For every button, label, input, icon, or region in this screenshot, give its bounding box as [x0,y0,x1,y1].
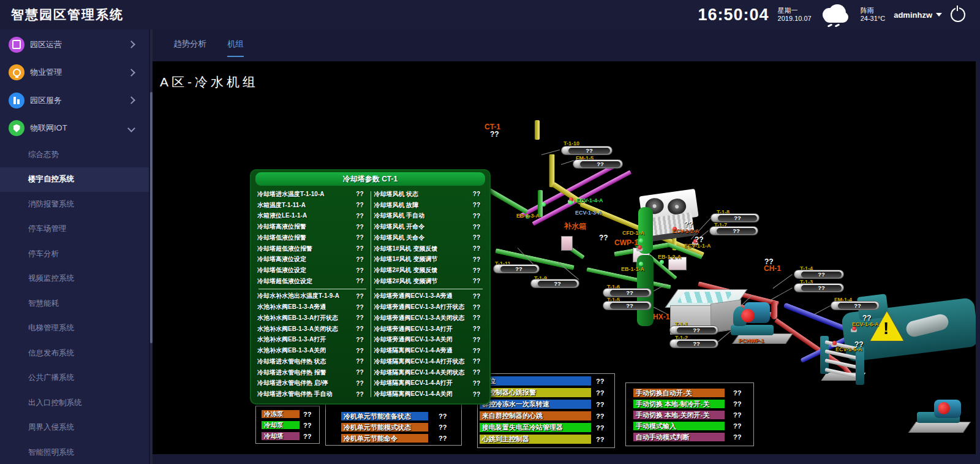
status-value: ?? [303,433,311,440]
unknown-value: ?? [684,220,693,229]
status-chip: 手动切换自动开-关 [633,389,725,397]
status-row-心跳到主控制器: 心跳到主控制器?? [480,435,591,444]
sidebar-subitem-消防报警系统[interactable]: 消防报警系统 [0,192,149,217]
param-row: 水箱温度T-1-11-A?? [257,200,368,211]
param-row: 冷却塔高液位报警?? [257,221,368,232]
device-label-CWP-1: CWP-1 [614,238,638,247]
gauge-cap [711,227,715,234]
leader-line [773,274,793,289]
status-value: ?? [596,424,604,432]
sidebar-subitem-综合态势[interactable]: 综合态势 [0,142,149,167]
gauge-FM-1-4[interactable]: ?? [831,301,880,310]
param-value: ?? [473,293,484,300]
param-row: 冷却水补水池出水温度T-1-9-A?? [257,291,368,302]
param-value: ?? [473,314,484,321]
building-square-icon [9,37,24,53]
unit-energy-panel: 冷机单元节能准备状态??冷机单元节能模式状态??冷机单元节能命令?? [325,404,462,446]
sidebar-scrollbar-thumb[interactable] [150,92,153,343]
gauge-T-1-8[interactable]: ?? [710,213,760,222]
status-value: ?? [596,389,604,397]
service-building-icon [9,93,24,108]
sidebar-subitem-智能照明系统[interactable]: 智能照明系统 [0,440,149,464]
param-label: 冷却塔隔离阀ECV-1-4-A旁通 [374,346,453,355]
gauge-T-1-4[interactable]: ?? [794,270,844,279]
param-row: 冷却塔2#风机 变频反馈?? [374,265,484,276]
param-value: ?? [356,348,367,354]
param-label: 水池补水阀EB-1-3-A关闭 [257,346,326,355]
param-row: 冷却塔隔离阀ECV-1-4-A关闭?? [374,389,484,400]
sidebar-subitem-label: 智慧能耗 [28,299,59,309]
param-value: ?? [473,256,484,263]
sidebar-subitem-出入口控制系统[interactable]: 出入口控制系统 [0,390,149,416]
sidebar-subitem-周界入侵系统[interactable]: 周界入侵系统 [0,416,149,441]
gauge-cap [796,271,800,277]
param-row: 冷却塔隔离阀ECV-1-4-A打开状态?? [374,356,484,367]
sidebar-item-园区运营[interactable]: 园区运营 [0,31,149,59]
sidebar-subitem-视频监控系统[interactable]: 视频监控系统 [0,267,149,292]
param-value: ?? [473,348,484,354]
param-row: 冷却塔1#风机 变频调节?? [374,254,484,265]
param-label: 水池补水阀EB-1-3-A关闭状态 [257,325,338,333]
sidebar-subitem-label: 视频监控系统 [28,273,74,284]
sidebar-subitem-电梯管理系统[interactable]: 电梯管理系统 [0,316,149,341]
sidebar-item-物联网IOT[interactable]: 物联网IOT [0,115,149,143]
gauge-value: ?? [677,327,716,333]
date-block: 星期一 2019.10.07 [778,7,812,23]
unknown-value: ?? [695,235,704,244]
gauge-T-1-9[interactable]: ?? [530,279,579,288]
gauge-T-1-5[interactable]: ?? [603,301,652,310]
pump-status-panel: 冷冻泵??冷却泵??冷却塔?? [255,406,320,444]
sensor-dot [639,262,643,266]
sensor-dot [660,260,664,264]
sidebar-subitem-停车分析[interactable]: 停车分析 [0,242,149,267]
power-icon[interactable] [951,7,965,22]
sidebar-item-园区服务[interactable]: 园区服务 [0,86,149,115]
user-menu[interactable]: adminhzw [894,10,942,20]
param-label: 冷却塔2#风机 变频调节 [374,277,438,286]
param-label: 水池补水阀EB-1-3-A打开 [257,335,326,344]
sidebar-subitem-label: 电梯管理系统 [28,323,74,333]
chevron-down-icon [936,13,942,17]
param-label: 水池补水阀EB-1-3-A旁通 [257,303,326,311]
gauge-T-1-11[interactable]: ?? [493,264,540,273]
sidebar-item-物业管理[interactable]: 物业管理 [0,59,149,87]
param-label: 冷却塔旁通阀ECV-1-3-A打开状态 [374,303,465,311]
param-label: 冷却塔高液位设定 [257,255,306,264]
status-chip: 冷机单元节能命令 [341,434,428,443]
gauge-T-1-10[interactable]: ?? [561,146,612,155]
username: adminhzw [894,10,932,20]
param-value: ?? [356,391,367,398]
date: 2019.10.07 [778,15,812,23]
gauge-T-1-1[interactable]: ?? [669,325,718,335]
tab-趋势分析[interactable]: 趋势分析 [173,39,206,52]
status-row-手动切换 本地-关闭开-关: 手动切换 本地-关闭开-关?? [633,411,725,419]
gauge-T-1-2[interactable]: ?? [669,339,718,348]
param-value: ?? [473,234,484,241]
status-row-手动切换 本地-制冷开-关: 手动切换 本地-制冷开-关?? [633,400,725,408]
gauge-FM-1-5[interactable]: ?? [573,159,623,169]
device-label-PCHWP-1: PCHWP-1 [739,338,764,344]
param-label: 冷却塔超低液位设定 [257,277,312,286]
gauge-T-1-7[interactable]: ?? [709,226,758,235]
param-panel-right-column: 冷却塔风机 状态??冷却塔风机 故障??冷却塔风机 手自动??冷却塔风机 开命令… [372,189,487,400]
status-row-冷却泵: 冷却泵?? [262,421,300,429]
sidebar-subitem-停车场管理[interactable]: 停车场管理 [0,217,149,242]
param-label: 冷却塔旁通阀ECV-1-3-A打开 [374,325,453,333]
sidebar-subitem-label: 楼宇自控系统 [28,174,74,184]
unknown-value: ?? [490,130,499,139]
sidebar-subitem-楼宇自控系统[interactable]: 楼宇自控系统 [0,167,149,192]
sidebar-subitem-信息发布系统[interactable]: 信息发布系统 [0,341,149,366]
param-label: 冷却塔超低液位报警 [257,245,312,253]
sidebar-subitem-智慧能耗[interactable]: 智慧能耗 [0,291,149,316]
param-label: 冷却塔进水管电伴热 启/停 [257,379,328,387]
sidebar-subitem-公共广播系统[interactable]: 公共广播系统 [0,366,149,391]
gauge-cap [605,289,609,295]
tab-机组[interactable]: 机组 [227,39,244,52]
gauge-T-1-6[interactable]: ?? [603,288,652,297]
param-label: 冷却塔风机 开命令 [374,222,425,231]
status-chip: 心跳到主控制器 [480,435,591,444]
status-value: ?? [733,411,741,419]
gauge-T-1-3[interactable]: ?? [794,283,844,292]
status-value: ?? [303,422,311,429]
param-label: 冷却塔高液位报警 [257,222,306,231]
